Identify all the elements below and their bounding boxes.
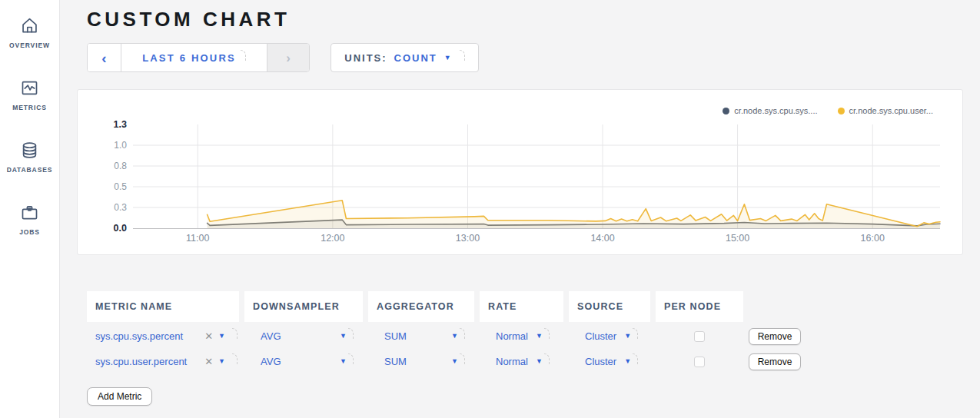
sidebar-item-overview[interactable]: OVERVIEW xyxy=(9,15,50,49)
downsampler-select[interactable]: AVG ▼ xyxy=(244,349,363,374)
svg-text:0.8: 0.8 xyxy=(114,161,127,171)
chevron-down-icon: ▼ xyxy=(451,333,458,340)
select-artifact xyxy=(460,328,465,340)
source-select[interactable]: Cluster ▼ xyxy=(569,349,650,374)
legend-label: cr.node.sys.cpu.user... xyxy=(849,106,933,115)
aggregator-select[interactable]: SUM ▼ xyxy=(368,349,474,374)
table-header-row: METRIC NAME DOWNSAMPLER AGGREGATOR RATE … xyxy=(87,291,980,322)
svg-text:14:00: 14:00 xyxy=(590,233,614,244)
sidebar-item-label: JOBS xyxy=(19,228,40,236)
source-value: Cluster xyxy=(585,356,616,367)
select-artifact xyxy=(232,353,238,365)
svg-text:0.5: 0.5 xyxy=(114,181,127,192)
rate-select[interactable]: Normal ▼ xyxy=(480,323,563,349)
chart-legend: cr.node.sys.cpu.sys.... cr.node.sys.cpu.… xyxy=(723,106,933,115)
clear-metric-icon[interactable]: ✕ xyxy=(204,357,213,367)
chevron-down-icon: ▼ xyxy=(340,358,347,365)
add-metric-button[interactable]: Add Metric xyxy=(87,387,152,406)
column-header-rate: RATE xyxy=(480,291,563,322)
downsampler-value: AVG xyxy=(261,330,281,342)
aggregator-value: SUM xyxy=(384,330,407,342)
metrics-table: METRIC NAME DOWNSAMPLER AGGREGATOR RATE … xyxy=(87,291,980,374)
per-node-cell xyxy=(656,323,743,349)
chevron-down-icon[interactable]: ▼ xyxy=(218,358,225,365)
units-value: COUNT xyxy=(394,52,437,64)
timescale-next-button[interactable]: › xyxy=(267,44,309,71)
svg-text:12:00: 12:00 xyxy=(321,233,344,244)
svg-text:0.0: 0.0 xyxy=(114,223,127,234)
timescale-range-dropdown[interactable]: LAST 6 HOURS xyxy=(121,44,267,71)
page-title: CUSTOM CHART xyxy=(87,8,980,32)
select-artifact xyxy=(544,328,550,340)
chevron-down-icon: ▼ xyxy=(624,358,631,365)
source-select[interactable]: Cluster ▼ xyxy=(569,323,650,349)
clear-metric-icon[interactable]: ✕ xyxy=(204,331,213,341)
legend-item-sys[interactable]: cr.node.sys.cpu.sys.... xyxy=(723,106,817,115)
select-artifact xyxy=(633,353,638,365)
rate-select[interactable]: Normal ▼ xyxy=(480,349,563,374)
chevron-down-icon: ▼ xyxy=(536,358,543,365)
metric-name-cell[interactable]: sys.cpu.sys.percent ✕ ▼ xyxy=(87,323,239,349)
select-artifact xyxy=(460,353,465,365)
metric-name-cell[interactable]: sys.cpu.user.percent ✕ ▼ xyxy=(87,349,239,374)
column-header-metric-name: METRIC NAME xyxy=(87,291,239,322)
svg-text:13:00: 13:00 xyxy=(456,233,480,244)
legend-label: cr.node.sys.cpu.sys.... xyxy=(734,106,817,115)
units-label: UNITS: xyxy=(344,52,387,64)
column-header-downsampler: DOWNSAMPLER xyxy=(244,291,363,322)
per-node-cell xyxy=(656,349,743,374)
source-value: Cluster xyxy=(585,330,616,342)
per-node-checkbox[interactable] xyxy=(694,357,705,367)
briefcase-icon xyxy=(19,202,40,223)
select-artifact xyxy=(460,50,465,61)
select-artifact xyxy=(633,328,638,340)
chevron-right-icon: › xyxy=(286,51,291,65)
database-icon xyxy=(19,140,40,161)
column-header-aggregator: AGGREGATOR xyxy=(368,291,474,322)
metric-name-value: sys.cpu.sys.percent xyxy=(95,330,183,342)
legend-dot-sys xyxy=(723,108,729,114)
remove-button[interactable]: Remove xyxy=(749,353,801,370)
sidebar-item-label: OVERVIEW xyxy=(9,41,50,49)
timescale-range-label: LAST 6 HOURS xyxy=(142,52,236,64)
svg-text:0.3: 0.3 xyxy=(114,202,127,213)
rate-value: Normal xyxy=(496,356,528,367)
svg-text:1.0: 1.0 xyxy=(114,140,127,151)
chevron-down-icon: ▼ xyxy=(340,333,347,340)
sidebar: OVERVIEW METRICS DATABASES xyxy=(0,0,60,418)
actions-cell: Remove xyxy=(749,323,809,349)
actions-cell: Remove xyxy=(749,349,809,374)
chevron-down-icon[interactable]: ▼ xyxy=(218,333,225,340)
select-artifact xyxy=(241,50,246,61)
sidebar-item-databases[interactable]: DATABASES xyxy=(7,140,53,174)
chevron-down-icon: ▼ xyxy=(451,358,458,365)
column-header-actions xyxy=(749,291,809,322)
legend-item-user[interactable]: cr.node.sys.cpu.user... xyxy=(838,106,933,115)
select-artifact xyxy=(348,353,354,365)
sidebar-item-jobs[interactable]: JOBS xyxy=(19,202,40,236)
downsampler-value: AVG xyxy=(261,356,281,367)
timescale-selector: ‹ LAST 6 HOURS › xyxy=(87,43,310,72)
svg-text:1.3: 1.3 xyxy=(114,119,127,130)
metric-name-value: sys.cpu.user.percent xyxy=(95,356,187,367)
main-content: CUSTOM CHART ‹ LAST 6 HOURS › UNITS: COU… xyxy=(60,0,980,418)
sidebar-item-label: DATABASES xyxy=(7,166,53,174)
metrics-icon xyxy=(19,78,40,98)
aggregator-select[interactable]: SUM ▼ xyxy=(368,323,474,349)
downsampler-select[interactable]: AVG ▼ xyxy=(244,323,363,349)
units-dropdown[interactable]: UNITS: COUNT ▼ xyxy=(331,43,479,72)
rate-value: Normal xyxy=(496,330,528,342)
legend-dot-user xyxy=(838,108,845,114)
svg-text:15:00: 15:00 xyxy=(726,233,749,244)
sidebar-item-label: METRICS xyxy=(12,104,47,111)
chevron-down-icon: ▼ xyxy=(536,333,543,340)
chevron-down-icon: ▼ xyxy=(444,55,451,61)
select-artifact xyxy=(348,328,354,340)
home-icon xyxy=(19,15,40,36)
per-node-checkbox[interactable] xyxy=(694,331,705,342)
sidebar-item-metrics[interactable]: METRICS xyxy=(12,78,47,111)
timescale-prev-button[interactable]: ‹ xyxy=(88,44,121,71)
svg-text:16:00: 16:00 xyxy=(861,233,885,244)
remove-button[interactable]: Remove xyxy=(749,328,801,345)
chart-card: 0.00.30.50.81.01.311:0012:0013:0014:0015… xyxy=(77,89,963,255)
